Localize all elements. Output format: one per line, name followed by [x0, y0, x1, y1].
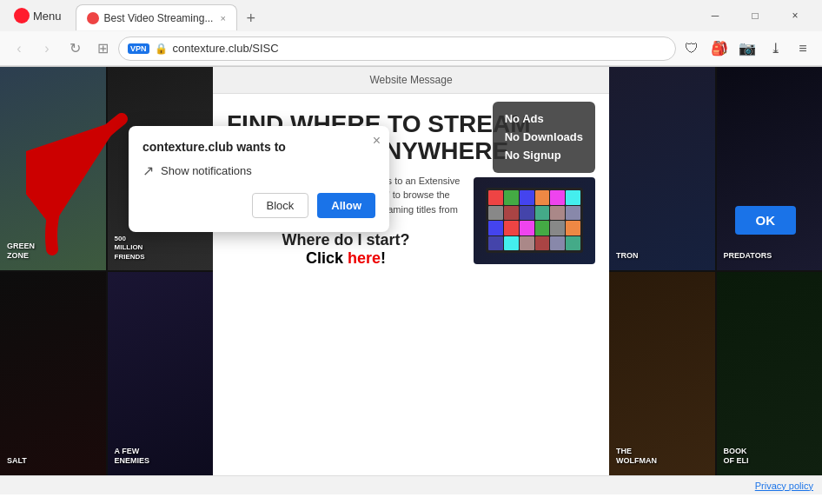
- laptop-cell: [520, 206, 534, 221]
- laptop-cell: [520, 236, 534, 251]
- tab-grid-button[interactable]: ⊞: [90, 36, 115, 61]
- movie-poster-predators: PREDATORS: [717, 67, 823, 270]
- dialog-close-button[interactable]: ×: [373, 133, 381, 149]
- poster-text-3: SALT: [7, 456, 27, 467]
- laptop-cell: [550, 206, 565, 221]
- tab-favicon: [87, 12, 99, 24]
- vpn-badge: VPN: [128, 43, 149, 54]
- click-here-text: Click here!: [227, 249, 465, 268]
- download-button[interactable]: ⤓: [763, 36, 787, 61]
- dialog-permission-label: Show notifications: [161, 164, 252, 177]
- movie-poster-wolfman: THEWOLFMAN: [609, 272, 715, 475]
- browser-chrome: Menu Best Video Streaming... × + ─ □ × ‹: [0, 0, 822, 67]
- url-text: contexture.club/SISC: [173, 42, 666, 55]
- poster-text-7: THEWOLFMAN: [616, 447, 657, 467]
- lock-icon: 🔒: [155, 43, 168, 55]
- tab-close-button[interactable]: ×: [220, 13, 225, 23]
- window-controls: ─ □ ×: [695, 3, 815, 29]
- poster-text-5: TRON: [616, 251, 639, 262]
- shield-button[interactable]: 🛡: [679, 36, 704, 61]
- dialog-permission-row: ↗ Show notifications: [143, 162, 375, 179]
- laptop-cell: [535, 206, 550, 221]
- laptop-cell: [488, 221, 503, 235]
- menu-label: Menu: [33, 10, 62, 23]
- website-message-label: Website Message: [369, 74, 452, 86]
- laptop-cell: [535, 221, 550, 235]
- movie-poster-tron: TRON: [609, 67, 715, 270]
- laptop-cell: [535, 190, 550, 205]
- no-ads-line1: No Ads: [505, 110, 583, 129]
- camera-button[interactable]: 📷: [735, 36, 759, 61]
- maximize-button[interactable]: □: [735, 3, 775, 29]
- page-content: GREENZONE 500MILLIONFRIENDS SALT A FEWEN…: [0, 67, 822, 475]
- poster-text-8: BOOKOF ELI: [724, 447, 749, 467]
- back-icon: ‹: [17, 41, 21, 56]
- no-ads-box: No Ads No Downloads No Signup: [493, 102, 595, 173]
- no-ads-line2: No Downloads: [505, 129, 583, 147]
- minimize-button[interactable]: ─: [695, 3, 735, 29]
- laptop-cell: [550, 221, 565, 235]
- notification-dialog: × contexture.club wants to ↗ Show notifi…: [129, 126, 389, 232]
- back-button[interactable]: ‹: [7, 36, 31, 61]
- laptop-cell: [504, 221, 519, 235]
- notification-icon: ↗: [143, 162, 154, 179]
- poster-text-2: 500MILLIONFRIENDS: [115, 235, 145, 262]
- poster-text-4: A FEWENEMIES: [115, 447, 150, 467]
- movie-poster-bookofeli: BOOKOF ELI: [717, 272, 823, 475]
- ok-button[interactable]: OK: [735, 206, 797, 235]
- active-tab[interactable]: Best Video Streaming... ×: [76, 4, 237, 30]
- laptop-cell: [488, 190, 503, 205]
- privacy-policy-link[interactable]: Privacy policy: [755, 481, 813, 491]
- laptop-cell: [550, 236, 565, 251]
- laptop-cell: [520, 221, 534, 235]
- bottom-bar: Privacy policy: [0, 475, 822, 494]
- toolbar-right: 🛡 🎒 📷 ⤓ ≡: [679, 36, 815, 61]
- dialog-buttons: Block Allow: [143, 193, 375, 218]
- no-ads-line3: No Signup: [505, 147, 583, 165]
- title-bar: Menu Best Video Streaming... × + ─ □ ×: [0, 0, 822, 31]
- refresh-icon: ↻: [70, 40, 81, 56]
- tab-title: Best Video Streaming...: [104, 12, 214, 24]
- laptop-cell: [488, 206, 503, 221]
- address-bar[interactable]: VPN 🔒 contexture.club/SISC: [118, 36, 676, 61]
- tab-grid-icon: ⊞: [97, 40, 109, 56]
- close-window-button[interactable]: ×: [775, 3, 815, 29]
- forward-icon: ›: [44, 41, 49, 56]
- wallet-button[interactable]: 🎒: [707, 36, 732, 61]
- website-message-header: Website Message: [213, 67, 609, 94]
- forward-button[interactable]: ›: [35, 36, 59, 61]
- close-window-icon: ×: [792, 10, 798, 22]
- laptop-cell: [504, 236, 519, 251]
- poster-text-1: GREENZONE: [7, 242, 35, 262]
- refresh-button[interactable]: ↻: [63, 36, 87, 61]
- right-posters: TRON PREDATORS THEWOLFMAN BOOKOF ELI: [609, 67, 822, 475]
- where-start-text: Where do I start?: [227, 231, 465, 249]
- laptop-cell: [535, 236, 550, 251]
- movie-poster-greenzone: GREENZONE: [0, 67, 106, 270]
- laptop-cell: [566, 190, 580, 205]
- laptop-cell: [566, 221, 580, 235]
- laptop-cell: [550, 190, 565, 205]
- new-tab-button[interactable]: +: [239, 6, 263, 30]
- maximize-icon: □: [752, 10, 758, 22]
- poster-text-6: PREDATORS: [724, 251, 772, 262]
- laptop-cell: [520, 190, 534, 205]
- minimize-icon: ─: [712, 10, 719, 22]
- laptop-cell: [488, 236, 503, 251]
- movie-poster-salt: SALT: [0, 272, 106, 475]
- here-link[interactable]: here: [348, 249, 381, 267]
- laptop-cell: [504, 190, 519, 205]
- allow-button[interactable]: Allow: [317, 193, 375, 218]
- tab-bar: Best Video Streaming... × +: [72, 1, 263, 30]
- block-button[interactable]: Block: [252, 193, 309, 218]
- movie-poster-fewgood: A FEWENEMIES: [108, 272, 214, 475]
- hamburger-button[interactable]: ≡: [791, 36, 815, 61]
- laptop-cell: [566, 206, 580, 221]
- laptop-cell: [566, 236, 580, 251]
- opera-logo: [14, 8, 30, 23]
- opera-menu-button[interactable]: Menu: [7, 4, 69, 27]
- laptop-cell: [504, 206, 519, 221]
- toolbar: ‹ › ↻ ⊞ VPN 🔒 contexture.club/SISC 🛡 🎒 📷…: [0, 31, 822, 66]
- laptop-screen: [486, 188, 583, 253]
- laptop-image: [474, 177, 595, 264]
